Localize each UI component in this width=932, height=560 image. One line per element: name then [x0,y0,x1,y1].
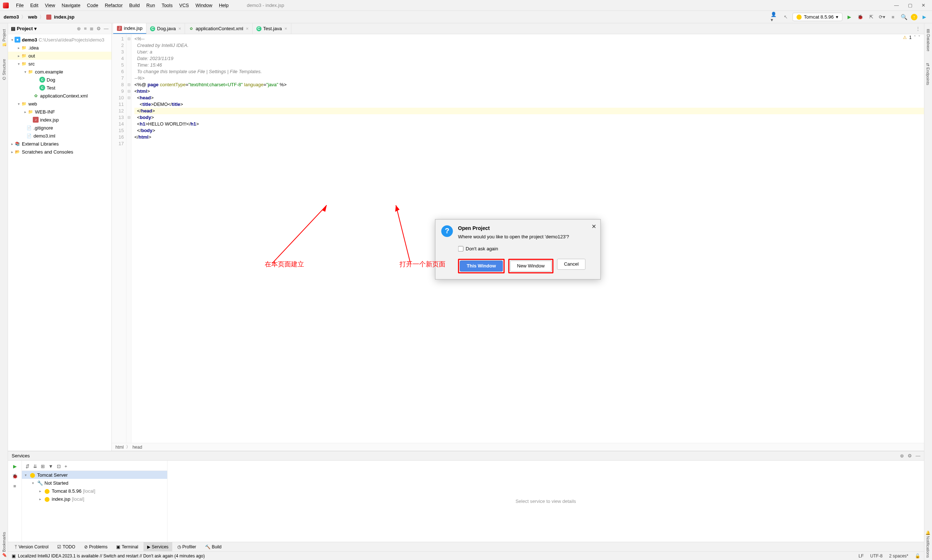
profile-button[interactable]: ⟳▾ [878,13,886,21]
tree-node-package[interactable]: ▾📁com.example [8,68,111,76]
add-user-icon[interactable]: 👤▾ [771,13,779,21]
services-root-tomcat[interactable]: ▾⬤ Tomcat Server [22,471,167,479]
project-tree[interactable]: ▾■ demo3 C:\Users\a\IdeaProjects\demo3 ▸… [8,34,111,451]
this-window-button[interactable]: This Window [460,260,503,271]
tab-index-jsp[interactable]: J index.jsp [113,23,147,34]
run-config-selector[interactable]: Tomcat 8.5.96 ▾ [793,13,843,21]
tool-project-tab[interactable]: 📁 Project [1,27,7,49]
maximize-button[interactable]: ▢ [908,3,912,8]
hide-icon[interactable]: — [104,26,108,31]
tree-node-external-libs[interactable]: ▸📚External Libraries [8,140,111,148]
menu-code[interactable]: Code [84,1,101,9]
run-button[interactable]: ▶ [845,13,853,21]
readonly-icon[interactable]: 🔓 [915,554,920,558]
tree-node-iml[interactable]: 📄demo3.iml [8,132,111,140]
stop-button[interactable]: ■ [889,13,897,21]
new-window-button[interactable]: New Window [510,260,552,271]
next-highlight-icon[interactable]: ˅ [918,35,920,40]
services-hide-icon[interactable]: — [916,453,920,458]
menu-window[interactable]: Window [193,1,215,9]
fold-gutter[interactable]: ⊟⊟⊟⊟⊟ [127,34,131,443]
services-run-icon[interactable]: ▶ [13,463,17,469]
back-icon[interactable]: ↖ [782,13,790,21]
menu-build[interactable]: Build [127,1,143,9]
tool-database-tab[interactable]: 🗄 Database [926,27,931,54]
expand-icon[interactable]: ≡ [84,26,87,31]
tree-node-indexjsp[interactable]: Jindex.jsp [8,116,111,124]
tab-build[interactable]: 🔨Build [201,542,225,551]
close-button[interactable]: ✕ [921,3,926,8]
tree-node-class-test[interactable]: CTest [8,84,111,92]
tool-bookmarks-tab[interactable]: 🔖 Bookmarks [1,530,7,560]
crumb-project[interactable]: demo3 [4,14,19,20]
tree-node-class-dog[interactable]: CDog [8,76,111,84]
services-debug-icon[interactable]: 🐞 [12,474,18,479]
menu-navigate[interactable]: Navigate [59,1,83,9]
menu-file[interactable]: File [13,1,26,9]
tree-node-appctx[interactable]: ✿applicationContext.xml [8,92,111,100]
close-icon[interactable]: × [179,26,181,31]
tree-node-src[interactable]: ▾📁src [8,60,111,68]
services-tree[interactable]: ⇵ ⇊ ⊞ ▼ ⊡ + ▾⬤ Tomcat Server ▾🔧 [22,461,168,542]
collapse-icon[interactable]: ≣ [89,26,94,31]
project-view-selector[interactable]: ▤ Project ▾ [11,26,37,31]
tree-node-scratches[interactable]: ▸📂Scratches and Consoles [8,148,111,156]
tab-appctx-xml[interactable]: ✿ applicationContext.xml × [185,23,252,34]
tree-node-out[interactable]: ▸📁out [8,52,111,60]
breadcrumb[interactable]: demo3 〉 web 〉 index.jsp [4,14,75,20]
tree-node-root[interactable]: ▾■ demo3 C:\Users\a\IdeaProjects\demo3 [8,35,111,44]
tab-problems[interactable]: ⊘Problems [80,542,111,551]
tab-todo[interactable]: ☑TODO [54,542,79,551]
tab-test-java[interactable]: C Test.java × [253,23,292,34]
menu-run[interactable]: Run [144,1,158,9]
search-button[interactable]: 🔍 [900,13,908,21]
crumb-file[interactable]: index.jsp [54,14,74,20]
coverage-button[interactable]: ⇱ [867,13,875,21]
menu-view[interactable]: View [42,1,58,9]
services-locate-icon[interactable]: ⊕ [900,453,904,458]
prev-highlight-icon[interactable]: ˄ [914,35,916,40]
menu-edit[interactable]: Edit [27,1,41,9]
tab-services[interactable]: ▶Services [144,542,172,551]
editor-breadcrumb[interactable]: html 〉 head [112,443,924,451]
indent-widget[interactable]: 2 spaces* [889,554,908,558]
inspections-widget[interactable]: ⚠ 1 ˄ ˅ [903,35,920,40]
tree-node-gitignore[interactable]: 📄.gitignore [8,124,111,132]
menu-help[interactable]: Help [216,1,231,9]
group-icon[interactable]: ⊞ [41,463,45,469]
tree-node-webinf[interactable]: ▸📁WEB-INF [8,108,111,116]
dont-ask-checkbox[interactable]: Don't ask again [458,246,595,251]
line-sep-widget[interactable]: LF [858,554,864,558]
services-item-tomcat[interactable]: ▸⬤ Tomcat 8.5.96[local] [22,487,167,495]
crumb-folder[interactable]: web [28,14,37,20]
add-icon[interactable]: + [65,463,67,469]
close-icon[interactable]: × [246,26,249,31]
services-settings-icon[interactable]: ⚙ [907,453,912,458]
tab-version-control[interactable]: ᛘVersion Control [11,542,52,551]
services-not-started[interactable]: ▾🔧 Not Started [22,479,167,487]
tree-node-idea[interactable]: ▸📁.idea [8,44,111,52]
tool-endpoints-tab[interactable]: ⇄ Endpoints [925,61,931,87]
close-icon[interactable]: × [284,26,287,31]
menu-refactor[interactable]: Refactor [102,1,126,9]
tree-node-web[interactable]: ▾📁web [8,100,111,108]
services-stop-icon[interactable]: ■ [14,483,16,489]
tabs-more-icon[interactable]: ⋮ [912,26,924,31]
tab-terminal[interactable]: ▣Terminal [113,542,142,551]
dialog-close-button[interactable]: ✕ [591,223,596,230]
ide-actions-button[interactable]: ▶ [920,13,928,21]
services-item-indexjsp[interactable]: ▸⬤ index.jsp[local] [22,495,167,503]
debug-button[interactable]: 🐞 [856,13,864,21]
status-message[interactable]: Localized IntelliJ IDEA 2023.1 is availa… [18,554,205,558]
tab-profiler[interactable]: ◷Profiler [174,542,200,551]
collapse-all-icon[interactable]: ⇊ [33,463,37,469]
tab-dog-java[interactable]: C Dog.java × [147,23,185,34]
encoding-widget[interactable]: UTF-8 [870,554,883,558]
dont-ask-input[interactable] [458,246,464,251]
tool-notifications-tab[interactable]: 🔔 Notifications [925,528,931,560]
minimize-button[interactable]: — [894,3,899,8]
menu-vcs[interactable]: VCS [176,1,192,9]
menu-tools[interactable]: Tools [159,1,176,9]
locate-icon[interactable]: ⊕ [77,26,81,31]
tool-structure-tab[interactable]: ⌬ Structure [1,57,7,82]
